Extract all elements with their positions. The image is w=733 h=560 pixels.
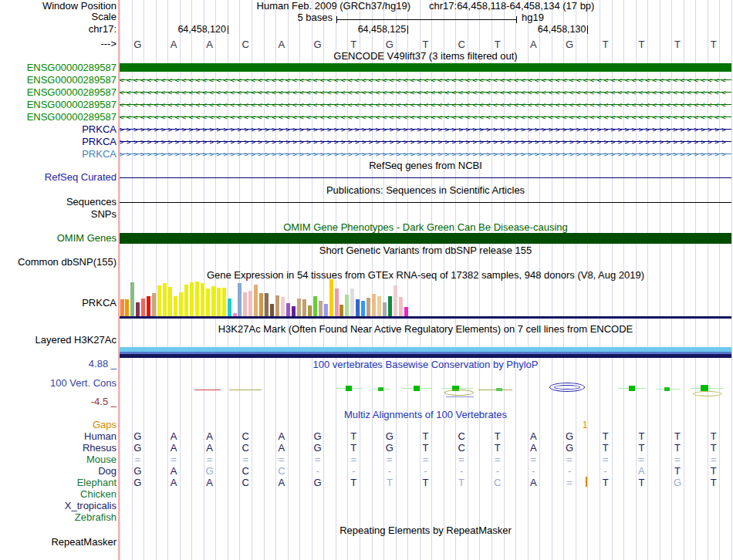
gtex-tissue-bar[interactable] <box>383 302 387 316</box>
track-label-window-position[interactable]: Window Position <box>42 1 117 12</box>
track-label-prkca[interactable]: PRKCA <box>82 124 117 135</box>
track-label-chicken[interactable]: Chicken <box>80 489 117 500</box>
gtex-tissue-bar[interactable] <box>248 291 252 316</box>
gene-exon-bar[interactable] <box>120 63 731 72</box>
gene-strand-arrows[interactable]: <<<<<<<<<<<<<<<<<<<<<<<<<<<<<<<<<<<<<<<<… <box>120 88 731 97</box>
gtex-tissue-bar[interactable] <box>201 283 204 316</box>
gtex-tissue-bar[interactable] <box>206 288 210 316</box>
gtex-tissue-bar[interactable] <box>270 304 274 316</box>
gtex-tissue-bar[interactable] <box>388 296 392 316</box>
track-title-gencode-v49lift37-3-items-filtered-out[interactable]: GENCODE V49lift37 (3 items filtered out) <box>120 51 731 62</box>
track-label-dog[interactable]: Dog <box>98 466 117 477</box>
h3k27ac-band[interactable] <box>120 354 731 358</box>
conservation-mark[interactable] <box>378 387 383 391</box>
track-title-publications-sequences-in-scientific-art[interactable]: Publications: Sequences in Scientific Ar… <box>120 185 731 196</box>
track-title-omim-gene-phenotypes-dark-green-can-be-d[interactable]: OMIM Gene Phenotypes - Dark Green Can Be… <box>120 222 731 233</box>
gene-strand-arrows[interactable]: >>>>>>>>>>>>>>>>>>>>>>>>>>>>>>>>>>>>>>>>… <box>120 150 731 159</box>
gtex-tissue-bar[interactable] <box>308 305 312 316</box>
gtex-tissue-bar[interactable] <box>136 302 140 316</box>
track-title-short-genetic-variants-from-dbsnp-releas[interactable]: Short Genetic Variants from dbSNP releas… <box>120 245 731 256</box>
track-label-prkca[interactable]: PRKCA <box>82 149 117 160</box>
gtex-tissue-bar[interactable] <box>259 293 263 316</box>
track-label-layered-h3k27ac[interactable]: Layered H3K27Ac <box>35 335 117 346</box>
gtex-tissue-bar[interactable] <box>125 299 129 316</box>
gtex-tissue-bar[interactable] <box>163 283 167 316</box>
track-label-4-88[interactable]: 4.88 _ <box>89 359 117 369</box>
conservation-mark[interactable] <box>444 390 474 396</box>
gtex-tissue-bar[interactable] <box>372 294 376 316</box>
gtex-tissue-bar[interactable] <box>130 282 134 316</box>
track-line[interactable] <box>120 177 731 178</box>
conservation-mark[interactable] <box>446 396 474 397</box>
gtex-tissue-bar[interactable] <box>222 288 226 316</box>
track-label-zebrafish[interactable]: Zebrafish <box>75 512 117 523</box>
gtex-tissue-bar[interactable] <box>394 285 397 316</box>
gtex-tissue-bar[interactable] <box>157 285 161 316</box>
omim-genes-bar[interactable] <box>120 233 731 244</box>
gtex-tissue-bar[interactable] <box>184 285 188 316</box>
gtex-tissue-bar[interactable] <box>147 296 150 316</box>
gtex-tissue-bar[interactable] <box>345 295 349 316</box>
track-title-repeating-elements-by-repeatmasker[interactable]: Repeating Elements by RepeatMasker <box>120 525 731 536</box>
gene-strand-arrows[interactable]: >>>>>>>>>>>>>>>>>>>>>>>>>>>>>>>>>>>>>>>>… <box>120 137 731 147</box>
track-label-common-dbsnp-155[interactable]: Common dbSNP(155) <box>18 257 117 268</box>
conservation-mark[interactable] <box>229 390 262 390</box>
gtex-tissue-bar[interactable] <box>339 305 343 316</box>
gtex-tissue-bar[interactable] <box>404 307 408 316</box>
track-label-scale[interactable]: Scale <box>91 12 117 22</box>
track-label-mouse[interactable]: Mouse <box>86 454 117 465</box>
track-label-elephant[interactable]: Elephant <box>77 477 117 488</box>
track-label-gaps[interactable]: Gaps <box>93 420 117 430</box>
track-label-ensg00000289587[interactable]: ENSG00000289587 <box>27 87 117 98</box>
gtex-tissue-bar[interactable] <box>238 283 242 316</box>
gtex-tissue-bar[interactable] <box>356 299 360 316</box>
gtex-tissue-bar[interactable] <box>190 282 194 316</box>
track-label-prkca[interactable]: PRKCA <box>82 298 117 309</box>
gtex-tissue-bar[interactable] <box>350 288 354 316</box>
conservation-mark[interactable] <box>194 390 221 390</box>
gtex-tissue-bar[interactable] <box>292 306 296 316</box>
track-label-ensg00000289587[interactable]: ENSG00000289587 <box>27 100 117 110</box>
track-title-gene-expression-in-54-tissues-from-gtex-[interactable]: Gene Expression in 54 tissues from GTEx … <box>120 270 731 281</box>
gene-strand-arrows[interactable]: <<<<<<<<<<<<<<<<<<<<<<<<<<<<<<<<<<<<<<<<… <box>120 76 731 85</box>
gtex-tissue-bar[interactable] <box>217 288 221 316</box>
gtex-tissue-bar[interactable] <box>152 293 156 316</box>
conservation-mark[interactable] <box>664 387 670 391</box>
gene-strand-arrows[interactable]: <<<<<<<<<<<<<<<<<<<<<<<<<<<<<<<<<<<<<<<<… <box>120 113 731 122</box>
track-title-100-vertebrates-basewise-conservation-by[interactable]: 100 vertebrates Basewise Conservation by… <box>120 359 731 370</box>
gtex-tissue-bar[interactable] <box>211 286 215 316</box>
track-label-sequences[interactable]: Sequences <box>66 197 117 207</box>
track-label-ensg00000289587[interactable]: ENSG00000289587 <box>27 112 117 123</box>
track-label-item[interactable]: ---> <box>100 39 117 49</box>
gtex-tissue-bar[interactable] <box>195 282 199 316</box>
track-label-refseq-curated[interactable]: RefSeq Curated <box>45 172 117 183</box>
track-label-rhesus[interactable]: Rhesus <box>83 443 117 454</box>
track-label-repeatmasker[interactable]: RepeatMasker <box>51 537 117 548</box>
track-label-chr17[interactable]: chr17: <box>89 24 117 35</box>
track-title-h3k27ac-mark-often-found-near-active-reg[interactable]: H3K27Ac Mark (Often Found Near Active Re… <box>120 324 731 335</box>
gtex-tissue-bar[interactable] <box>302 299 306 316</box>
gtex-tissue-bar[interactable] <box>319 301 323 316</box>
track-label-human[interactable]: Human <box>84 431 117 442</box>
gtex-tissue-bar[interactable] <box>329 279 333 316</box>
conservation-mark[interactable] <box>554 385 580 390</box>
gene-strand-arrows[interactable]: <<<<<<<<<<<<<<<<<<<<<<<<<<<<<<<<<<<<<<<<… <box>120 100 731 110</box>
gtex-tissue-bar[interactable] <box>243 292 247 316</box>
gtex-tissue-bar[interactable] <box>228 299 231 316</box>
conservation-mark[interactable] <box>496 388 502 391</box>
gtex-tissue-bar[interactable] <box>275 295 279 316</box>
track-label-ensg00000289587[interactable]: ENSG00000289587 <box>27 75 117 86</box>
conservation-mark[interactable] <box>478 390 512 390</box>
track-label-prkca[interactable]: PRKCA <box>82 137 117 147</box>
gene-strand-arrows[interactable]: >>>>>>>>>>>>>>>>>>>>>>>>>>>>>>>>>>>>>>>>… <box>120 125 731 134</box>
gtex-tissue-bar[interactable] <box>120 299 124 316</box>
gtex-tissue-bar[interactable] <box>281 297 285 316</box>
track-label-snps[interactable]: SNPs <box>91 209 117 220</box>
gtex-tissue-bar[interactable] <box>313 296 317 316</box>
gtex-tissue-bar[interactable] <box>399 297 403 316</box>
gtex-tissue-bar[interactable] <box>361 301 365 316</box>
conservation-mark[interactable] <box>701 385 708 391</box>
gtex-tissue-bar[interactable] <box>174 296 177 316</box>
conservation-mark[interactable] <box>693 391 722 396</box>
gtex-tissue-bar[interactable] <box>168 287 172 316</box>
